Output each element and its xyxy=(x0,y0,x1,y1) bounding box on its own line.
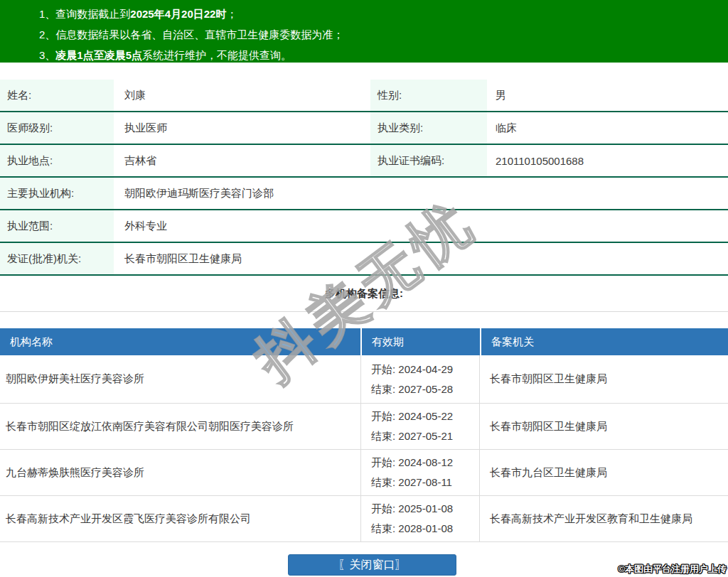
section-divider xyxy=(0,311,728,312)
info-row-location-certificate: 执业地点: 吉林省 执业证书编码: 210110105001688 xyxy=(0,145,728,178)
filing-authority-cell: 长春市朝阳区卫生健康局 xyxy=(480,404,728,449)
org-name-cell: 长春市朝阳区绽放江依南医疗美容有限公司朝阳医疗美容诊所 xyxy=(0,404,361,449)
header-filing-authority: 备案机关 xyxy=(481,328,728,355)
filing-row-4: 长春高新技术产业开发区霞飞医疗美容诊所有限公司 开始: 2025-01-08 结… xyxy=(0,496,728,542)
notice-bold-text: 凌晨1点至凌晨5点 xyxy=(55,49,142,61)
end-label: 结束: xyxy=(371,430,395,442)
validity-end: 结束: 2027-05-28 xyxy=(371,379,479,399)
filing-table: 机构名称 有效期 备案机关 朝阳欧伊妍美社医疗美容诊所 开始: 2024-04-… xyxy=(0,328,728,542)
end-date: 2027-05-21 xyxy=(398,430,453,442)
gender-label: 性别: xyxy=(370,80,487,111)
validity-start: 开始: 2024-08-12 xyxy=(371,453,479,473)
notice-text: 查询数据截止到 xyxy=(55,8,130,20)
org-name-cell: 九台赫蒂焕肤熊医疗美容诊所 xyxy=(0,450,361,495)
info-row-main-institution: 主要执业机构: 朝阳欧伊迪玛斯医疗美容门诊部 xyxy=(0,178,728,210)
issuing-authority-value: 长春市朝阳区卫生健康局 xyxy=(124,243,242,274)
notice-number: 2、 xyxy=(39,28,55,41)
validity-end: 结束: 2027-05-21 xyxy=(371,426,479,446)
filing-authority-cell: 长春高新技术产业开发区教育和卫生健康局 xyxy=(480,496,728,541)
end-date: 2027-08-11 xyxy=(398,476,452,488)
practice-location-label: 执业地点: xyxy=(0,145,114,176)
main-institution-value: 朝阳欧伊迪玛斯医疗美容门诊部 xyxy=(124,178,274,209)
practice-location-value: 吉林省 xyxy=(124,145,156,176)
doctor-level-value: 执业医师 xyxy=(124,112,167,144)
notice-number: 1、 xyxy=(39,8,55,20)
issuing-authority-label: 发证(批准)机关: xyxy=(0,243,114,274)
end-date: 2027-05-28 xyxy=(398,383,453,395)
doctor-level-label: 医师级别: xyxy=(0,112,114,144)
practice-category-label: 执业类别: xyxy=(370,112,487,144)
end-label: 结束: xyxy=(371,476,395,488)
notice-banner: 1、查询数据截止到2025年4月20日22时； 2、信息数据结果以各省、自治区、… xyxy=(0,0,728,63)
start-date: 2024-08-12 xyxy=(398,456,453,468)
start-label: 开始: xyxy=(371,502,395,514)
notice-text: 系统进行维护，不能提供查询。 xyxy=(142,49,291,61)
filing-authority-cell: 长春市九台区卫生健康局 xyxy=(480,450,728,495)
name-label: 姓名: xyxy=(0,80,114,111)
filing-row-2: 长春市朝阳区绽放江依南医疗美容有限公司朝阳医疗美容诊所 开始: 2024-05-… xyxy=(0,404,728,450)
notice-bold-text: 2025年4月20日22时 xyxy=(130,8,226,20)
main-institution-label: 主要执业机构: xyxy=(0,178,114,209)
validity-start: 开始: 2024-05-22 xyxy=(371,406,479,426)
validity-end: 结束: 2028-01-08 xyxy=(371,519,479,539)
name-value: 刘康 xyxy=(124,80,146,111)
credit-note: ©本图由平台注册用户上传 xyxy=(618,563,727,576)
start-date: 2024-05-22 xyxy=(398,410,453,422)
notice-text: 信息数据结果以各省、自治区、直辖市卫生健康委数据为准； xyxy=(55,28,343,41)
notice-line-1: 1、查询数据截止到2025年4月20日22时； xyxy=(39,4,728,24)
notice-line-2: 2、信息数据结果以各省、自治区、直辖市卫生健康委数据为准； xyxy=(39,24,728,45)
certificate-number-value: 210110105001688 xyxy=(496,145,584,176)
notice-text: ； xyxy=(226,8,237,20)
filing-authority-cell: 长春市朝阳区卫生健康局 xyxy=(480,355,728,403)
validity-cell: 开始: 2024-08-12 结束: 2027-08-11 xyxy=(361,450,480,495)
start-date: 2025-01-08 xyxy=(398,502,453,514)
multi-institution-section-title: 多机构备案信息: xyxy=(0,287,728,301)
filing-row-1: 朝阳欧伊妍美社医疗美容诊所 开始: 2024-04-29 结束: 2027-05… xyxy=(0,355,728,404)
end-date: 2028-01-08 xyxy=(398,522,453,534)
org-name-cell: 长春高新技术产业开发区霞飞医疗美容诊所有限公司 xyxy=(0,496,361,541)
info-row-name-gender: 姓名: 刘康 性别: 男 xyxy=(0,80,728,112)
header-org-name: 机构名称 xyxy=(0,328,360,355)
start-label: 开始: xyxy=(371,410,395,422)
notice-number: 3、 xyxy=(39,49,55,61)
org-name-cell: 朝阳欧伊妍美社医疗美容诊所 xyxy=(0,355,361,403)
gender-value: 男 xyxy=(496,80,506,111)
notice-line-3: 3、凌晨1点至凌晨5点系统进行维护，不能提供查询。 xyxy=(39,45,728,65)
start-label: 开始: xyxy=(371,456,395,468)
start-date: 2024-04-29 xyxy=(398,363,453,375)
end-label: 结束: xyxy=(371,383,395,395)
info-row-issuing-authority: 发证(批准)机关: 长春市朝阳区卫生健康局 xyxy=(0,243,728,276)
validity-cell: 开始: 2024-05-22 结束: 2027-05-21 xyxy=(361,404,480,449)
info-row-practice-scope: 执业范围: 外科专业 xyxy=(0,210,728,243)
info-row-level-category: 医师级别: 执业医师 执业类别: 临床 xyxy=(0,112,728,145)
header-validity: 有效期 xyxy=(362,328,480,355)
validity-cell: 开始: 2025-01-08 结束: 2028-01-08 xyxy=(361,496,480,541)
start-label: 开始: xyxy=(371,363,395,375)
validity-cell: 开始: 2024-04-29 结束: 2027-05-28 xyxy=(361,355,480,403)
practitioner-info-table: 姓名: 刘康 性别: 男 医师级别: 执业医师 执业类别: 临床 执业地点: 吉… xyxy=(0,80,728,276)
validity-start: 开始: 2025-01-08 xyxy=(371,499,479,519)
validity-end: 结束: 2027-08-11 xyxy=(371,473,479,492)
practice-scope-value: 外科专业 xyxy=(124,210,167,242)
certificate-number-label: 执业证书编码: xyxy=(370,145,487,176)
practice-scope-label: 执业范围: xyxy=(0,210,114,242)
filing-table-header: 机构名称 有效期 备案机关 xyxy=(0,328,728,355)
practice-category-value: 临床 xyxy=(496,112,517,144)
filing-row-3: 九台赫蒂焕肤熊医疗美容诊所 开始: 2024-08-12 结束: 2027-08… xyxy=(0,450,728,496)
validity-start: 开始: 2024-04-29 xyxy=(371,360,479,379)
close-window-button[interactable]: 〖关闭窗口〗 xyxy=(288,554,456,576)
end-label: 结束: xyxy=(371,522,395,534)
